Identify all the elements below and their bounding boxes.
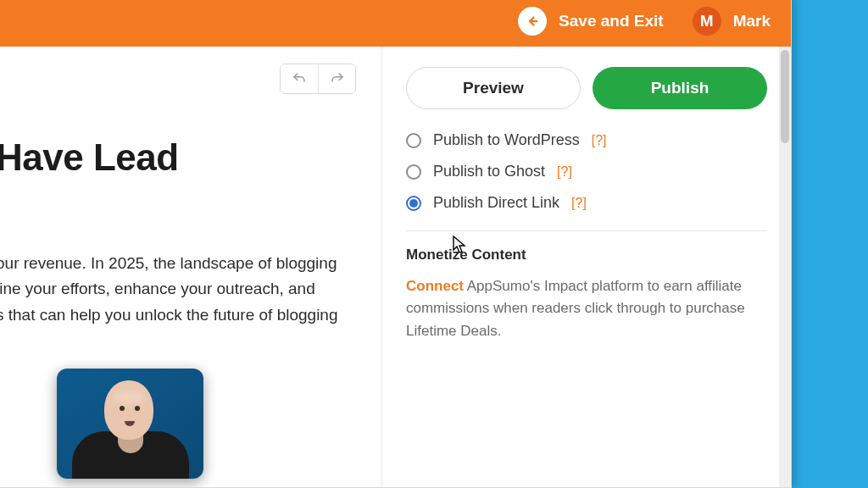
option-publish-wordpress[interactable]: Publish to WordPress [?] xyxy=(406,131,767,149)
option-label: Publish to WordPress xyxy=(433,131,580,149)
divider xyxy=(406,230,767,231)
option-label: Publish to Ghost xyxy=(433,163,545,180)
help-icon[interactable]: [?] xyxy=(592,133,607,148)
publish-options: Publish to WordPress [?] Publish to Ghos… xyxy=(406,131,767,212)
save-exit-label: Save and Exit xyxy=(559,12,664,30)
monetize-heading: Monetize Content xyxy=(406,247,767,263)
help-icon[interactable]: [?] xyxy=(571,196,587,211)
connect-link[interactable]: Connect xyxy=(406,278,464,294)
radio-icon xyxy=(406,164,421,180)
redo-button[interactable] xyxy=(318,64,355,93)
document-title[interactable]: Have Lead xyxy=(0,136,356,179)
publish-button[interactable]: Publish xyxy=(593,67,767,109)
help-icon[interactable]: [?] xyxy=(557,164,572,180)
option-label: Publish Direct Link xyxy=(433,194,559,212)
app-window: Save and Exit M Mark xyxy=(0,0,792,488)
user-menu[interactable]: M Mark xyxy=(693,7,771,36)
save-and-exit-button[interactable]: Save and Exit xyxy=(518,7,664,36)
undo-redo-group xyxy=(280,64,356,94)
top-bar: Save and Exit M Mark xyxy=(0,0,791,47)
action-buttons: Preview Publish xyxy=(406,67,767,109)
radio-icon xyxy=(406,196,421,211)
monetize-body: Connect AppSumo's Impact platform to ear… xyxy=(406,275,767,342)
publish-panel: Preview Publish Publish to WordPress [?]… xyxy=(381,47,791,487)
scrollbar[interactable] xyxy=(779,47,791,487)
undo-button[interactable] xyxy=(281,64,318,93)
back-arrow-icon xyxy=(518,7,547,36)
editor-panel: Have Lead our revenue. In 2025, the land… xyxy=(0,47,381,487)
avatar: M xyxy=(693,7,721,36)
document-body[interactable]: our revenue. In 2025, the landscape of b… xyxy=(0,251,356,328)
option-publish-ghost[interactable]: Publish to Ghost [?] xyxy=(406,163,767,180)
scrollbar-thumb[interactable] xyxy=(781,50,789,143)
preview-button[interactable]: Preview xyxy=(406,67,581,109)
webcam-inset xyxy=(57,369,203,479)
user-name: Mark xyxy=(733,12,771,30)
option-publish-direct-link[interactable]: Publish Direct Link [?] xyxy=(406,194,767,212)
radio-icon xyxy=(406,133,421,148)
content-area: Have Lead our revenue. In 2025, the land… xyxy=(0,47,791,487)
